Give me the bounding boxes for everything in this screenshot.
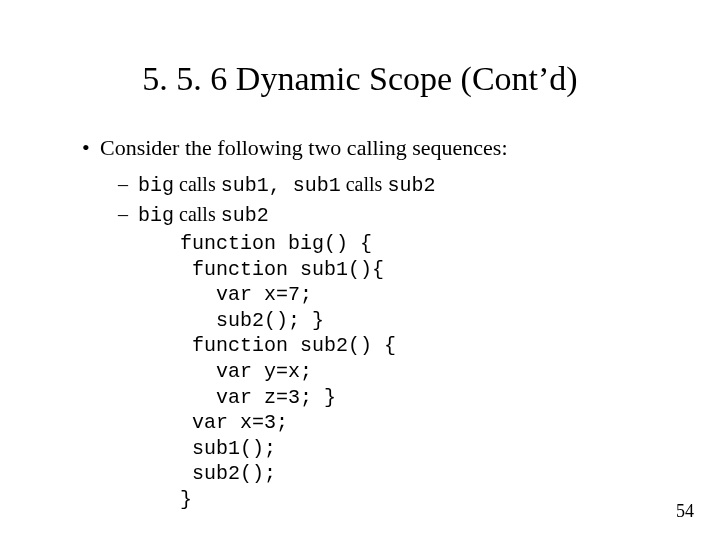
seq1-c: sub1 — [293, 174, 341, 197]
sequence-1: –big calls sub1, sub1 calls sub2 — [118, 171, 680, 199]
slide-title: 5. 5. 6 Dynamic Scope (Cont’d) — [0, 60, 720, 98]
seq1-b: sub1 — [221, 174, 269, 197]
code-block: function big() { function sub1(){ var x=… — [180, 231, 680, 513]
bullet-item: •Consider the following two calling sequ… — [82, 135, 680, 161]
seq1-a: big — [138, 174, 174, 197]
seq1-comma: , — [269, 174, 293, 197]
sub-list: –big calls sub1, sub1 calls sub2 –big ca… — [118, 171, 680, 513]
seq2-b: sub2 — [221, 204, 269, 227]
bullet-text: Consider the following two calling seque… — [100, 135, 508, 160]
page-number: 54 — [676, 501, 694, 522]
slide-body: •Consider the following two calling sequ… — [82, 135, 680, 513]
seq1-d: sub2 — [387, 174, 435, 197]
dash-icon: – — [118, 201, 138, 227]
seq1-calls1: calls — [174, 173, 221, 195]
seq2-calls1: calls — [174, 203, 221, 225]
bullet-icon: • — [82, 135, 100, 161]
seq2-a: big — [138, 204, 174, 227]
dash-icon: – — [118, 171, 138, 197]
slide: 5. 5. 6 Dynamic Scope (Cont’d) •Consider… — [0, 0, 720, 540]
sequence-2: –big calls sub2 — [118, 201, 680, 229]
seq1-calls2: calls — [341, 173, 388, 195]
